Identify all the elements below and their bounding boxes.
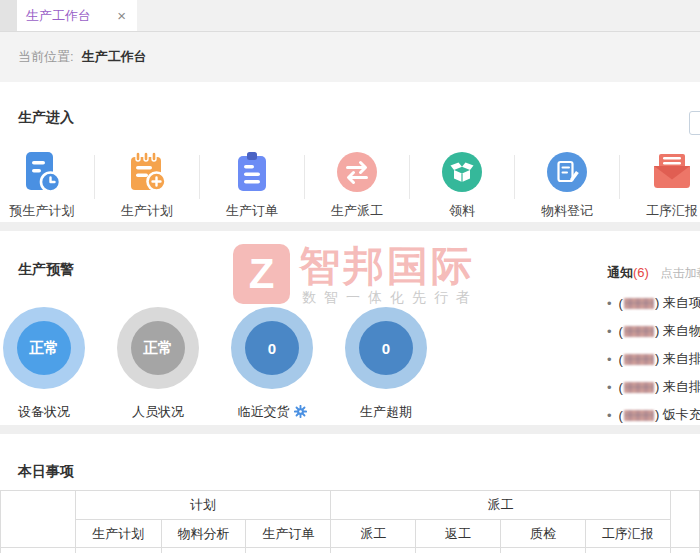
masked-sender (624, 326, 654, 337)
entry-item-material-pick[interactable]: 领料 (410, 149, 514, 220)
section-title-today: 本日事项 (18, 463, 74, 481)
entry-divider (514, 155, 515, 199)
entry-item-pre-production-plan[interactable]: 预生产计划 (0, 149, 94, 220)
material-pick-icon (410, 149, 514, 195)
table-body-cell (246, 548, 331, 553)
section-divider (0, 222, 700, 231)
table-col-header: 物料分析 (161, 520, 246, 548)
tab-bar: 生产工作台 × (0, 0, 700, 32)
table-body-cell (670, 548, 699, 553)
table-body-cell (75, 548, 161, 553)
masked-sender (624, 354, 654, 365)
notice-item[interactable]: •() 来自排 (607, 345, 700, 373)
notice-count: (6) (633, 265, 649, 280)
entry-item-label: 生产订单 (200, 202, 304, 220)
entry-item-label: 生产派工 (305, 202, 409, 220)
table-col-header: 工序汇报 (585, 520, 670, 548)
table-col-header: 质检 (501, 520, 586, 548)
entry-divider (619, 155, 620, 199)
gauge-equipment-status[interactable]: 正常 (3, 307, 85, 389)
table-group-dispatch: 派工 (331, 491, 670, 520)
gauge-label-personnel: 人员状况 (98, 403, 218, 421)
customize-button-partial[interactable] (689, 111, 700, 135)
gauge-label-overdue: 生产超期 (326, 403, 446, 421)
entry-divider (199, 155, 200, 199)
notice-item[interactable]: •() 来自排 (607, 373, 700, 401)
entry-item-production-order[interactable]: 生产订单 (200, 149, 304, 220)
bullet-icon: • (607, 352, 612, 367)
notice-list: •() 来自项 •() 来自物 •() 来自排 •() 来自排 •() 饭卡充 (607, 289, 700, 429)
section-title-entry: 生产进入 (18, 109, 74, 127)
masked-sender (624, 410, 654, 421)
watermark-logo: Z (233, 244, 290, 304)
gauge-personnel-status[interactable]: 正常 (117, 307, 199, 389)
tab-bar-left-strip (0, 0, 17, 31)
breadcrumb: 当前位置: 生产工作台 (0, 32, 700, 82)
section-title-warning: 生产预警 (18, 261, 74, 279)
production-order-icon (200, 149, 304, 195)
table-body-cell (585, 548, 670, 553)
entry-item-label: 生产计划 (95, 202, 199, 220)
production-dispatch-icon (305, 149, 409, 195)
notice-title: 通知 (607, 265, 633, 280)
masked-sender (624, 298, 654, 309)
gauge-label-equipment: 设备状况 (0, 403, 104, 421)
notice-load-more-link[interactable]: 点击加载 (661, 266, 700, 280)
breadcrumb-value: 生产工作台 (82, 48, 147, 66)
entry-item-label: 领料 (410, 202, 514, 220)
bullet-icon: • (607, 380, 612, 395)
tab-production-workbench[interactable]: 生产工作台 × (17, 0, 137, 31)
gauge-value: 0 (245, 321, 299, 375)
today-table: 计划 派工 生产计划 物料分析 生产订单 派工 返工 质检 工序汇报 (0, 490, 700, 553)
entry-item-label: 工序汇报 (620, 202, 700, 220)
pre-production-plan-icon (0, 149, 94, 195)
table-body-cell (161, 548, 246, 553)
material-register-icon (515, 149, 619, 195)
production-plan-icon (95, 149, 199, 195)
notice-header: 通知(6) 点击加载 (607, 264, 700, 282)
masked-sender (624, 382, 654, 393)
process-report-icon (620, 149, 700, 195)
tab-title: 生产工作台 (26, 7, 115, 25)
production-workbench-page: 生产工作台 × 当前位置: 生产工作台 生产进入 预生产计划 (0, 0, 700, 553)
table-col-header: 派工 (331, 520, 416, 548)
table-body-cell (501, 548, 586, 553)
watermark-slogan: 数智一体化先行者 (302, 289, 478, 307)
table-body-cell (416, 548, 501, 553)
gauge-value: 正常 (131, 321, 185, 375)
entry-divider (94, 155, 95, 199)
table-col-header: 生产计划 (75, 520, 161, 548)
entry-item-material-register[interactable]: 物料登记 (515, 149, 619, 220)
breadcrumb-label: 当前位置: (18, 48, 74, 66)
gauge-label-near-delivery: 临近交货 (212, 403, 332, 421)
entry-divider (304, 155, 305, 199)
entry-item-process-report[interactable]: 工序汇报 (620, 149, 700, 220)
table-body-cell (1, 548, 76, 553)
notice-item[interactable]: •() 来自项 (607, 289, 700, 317)
table-col-header: 生产订单 (246, 520, 331, 548)
gauge-value: 0 (359, 321, 413, 375)
table-body-cell (331, 548, 416, 553)
table-col-header: 返工 (416, 520, 501, 548)
entry-item-production-dispatch[interactable]: 生产派工 (305, 149, 409, 220)
table-corner-cell (1, 491, 76, 548)
notice-item[interactable]: •() 来自物 (607, 317, 700, 345)
entry-item-production-plan[interactable]: 生产计划 (95, 149, 199, 220)
gauge-value: 正常 (17, 321, 71, 375)
gauge-near-delivery[interactable]: 0 (231, 307, 313, 389)
entry-item-label: 物料登记 (515, 202, 619, 220)
watermark-brand: 智邦国际 (299, 246, 475, 287)
entry-divider (409, 155, 410, 199)
bullet-icon: • (607, 324, 612, 339)
section-divider (0, 425, 700, 434)
bullet-icon: • (607, 296, 612, 311)
gauge-production-overdue[interactable]: 0 (345, 307, 427, 389)
tab-close-icon[interactable]: × (115, 8, 128, 23)
table-cut-column (670, 491, 699, 548)
entry-item-label: 预生产计划 (0, 202, 94, 220)
gear-icon[interactable] (294, 405, 307, 418)
bullet-icon: • (607, 408, 612, 423)
table-group-plan: 计划 (75, 491, 331, 520)
